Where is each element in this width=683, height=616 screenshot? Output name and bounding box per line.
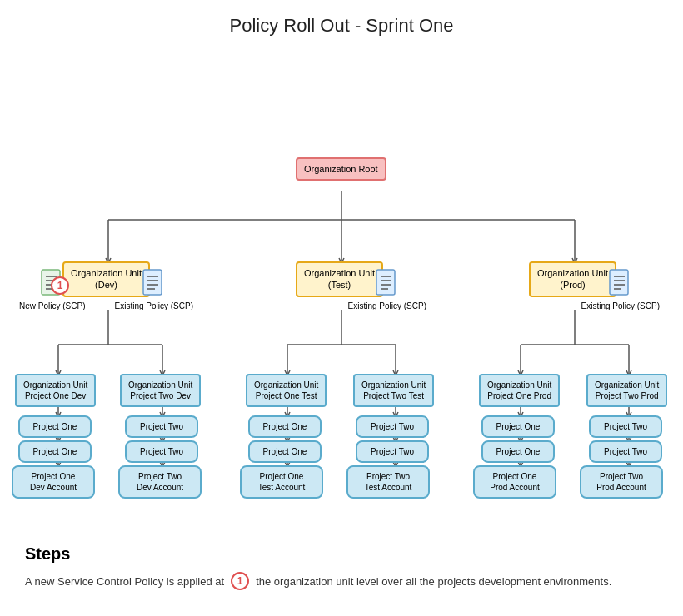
proj-one-dev-r2: Project One [18,440,92,463]
ou-proj-one-dev-box: Organization UnitProject One Dev [15,374,96,407]
existing-policy-prod: Existing Policy (SCP) [581,268,660,311]
node-ou-proj-one-prod: Organization UnitProject One Prod [479,374,560,407]
ou-proj-one-test-box: Organization UnitProject One Test [246,374,327,407]
page-title: Policy Roll Out - Sprint One [0,0,683,45]
svg-rect-40 [143,270,162,295]
proj-two-dev-acc: Project TwoDev Account [118,465,202,499]
svg-rect-50 [610,270,628,295]
svg-rect-45 [376,270,395,295]
proj-two-dev-r1: Project Two [125,415,198,438]
existing-policy-dev-label: Existing Policy (SCP) [115,301,193,311]
proj-two-test-acc: Project TwoTest Account [346,465,430,499]
proj-one-dev-acc: Project OneDev Account [12,465,95,499]
proj-one-dev-r1: Project One [18,415,92,438]
node-ou-proj-two-test: Organization UnitProject Two Test [353,374,434,407]
proj-two-prod-acc: Project TwoProd Account [580,465,663,499]
proj-one-prod-r2: Project One [481,440,555,463]
ou-proj-two-test-box: Organization UnitProject Two Test [353,374,434,407]
proj-two-dev-r2: Project Two [125,440,198,463]
existing-policy-test: Existing Policy (SCP) [348,268,426,311]
node-ou-prod: Existing Policy (SCP) Organization Unit(… [529,261,616,297]
proj-two-prod-r1: Project Two [589,415,662,438]
steps-title: Steps [25,544,658,564]
ou-proj-one-prod-box: Organization UnitProject One Prod [479,374,560,407]
org-root-box: Organization Root [296,157,386,181]
node-ou-test: Existing Policy (SCP) Organization Unit(… [296,261,383,297]
existing-policy-prod-label: Existing Policy (SCP) [581,301,660,311]
badge-1: 1 [51,276,69,295]
existing-policy-dev: Existing Policy (SCP) [115,268,193,311]
node-ou-proj-one-dev: Organization UnitProject One Dev [15,374,96,407]
steps-badge: 1 [231,572,249,590]
steps-text-before: A new Service Control Policy is applied … [25,575,224,588]
node-ou-proj-two-dev: Organization UnitProject Two Dev [120,374,201,407]
diagram: Organization Root New Policy (SCP) 1 Org… [0,45,683,528]
node-ou-proj-two-prod: Organization UnitProject Two Prod [586,374,667,407]
proj-one-test-acc: Project OneTest Account [240,465,323,499]
node-ou-dev: New Policy (SCP) 1 Organization Unit(Dev… [62,261,150,297]
proj-two-test-r2: Project Two [356,440,429,463]
steps-text-after: the organization unit level over all the… [256,575,611,588]
proj-one-test-r2: Project One [248,440,322,463]
ou-proj-two-dev-box: Organization UnitProject Two Dev [120,374,201,407]
proj-two-test-r1: Project Two [356,415,429,438]
node-org-root: Organization Root [296,157,386,181]
new-policy-label: New Policy (SCP) [19,301,85,311]
steps-description: A new Service Control Policy is applied … [25,572,658,590]
proj-two-prod-r2: Project Two [589,440,662,463]
node-ou-proj-one-test: Organization UnitProject One Test [246,374,327,407]
existing-policy-test-label: Existing Policy (SCP) [348,301,426,311]
proj-one-prod-acc: Project OneProd Account [473,465,556,499]
steps-section: Steps A new Service Control Policy is ap… [0,528,683,607]
ou-proj-two-prod-box: Organization UnitProject Two Prod [586,374,667,407]
proj-one-test-r1: Project One [248,415,322,438]
proj-one-prod-r1: Project One [481,415,555,438]
